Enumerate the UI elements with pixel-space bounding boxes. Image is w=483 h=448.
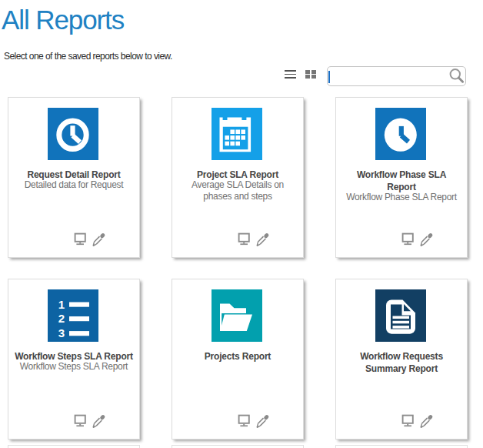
svg-text:1: 1 [58, 297, 65, 310]
svg-text:3: 3 [58, 326, 65, 339]
svg-text:2: 2 [58, 312, 65, 325]
